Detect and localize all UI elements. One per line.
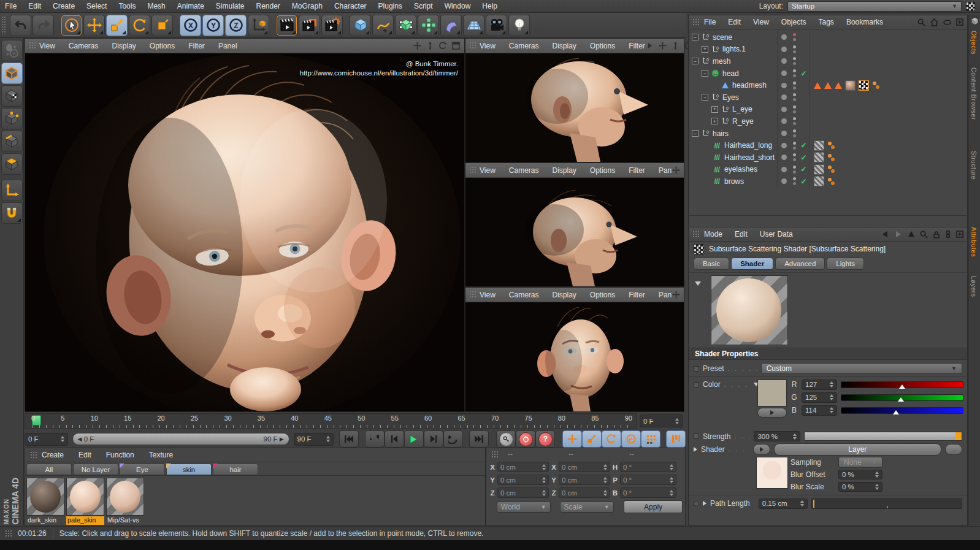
material-preview-sphere[interactable] <box>26 478 64 516</box>
am-menu-edit[interactable]: Edit <box>735 230 748 239</box>
rotation-p-field[interactable]: 0 ° <box>620 475 676 485</box>
material-tab-skin[interactable]: skin <box>166 464 212 475</box>
uvw-tag-icon[interactable] <box>859 80 869 91</box>
layer-dot-icon[interactable] <box>781 118 787 124</box>
menu-character[interactable]: Character <box>334 2 367 10</box>
key-position-button[interactable] <box>562 430 582 448</box>
menu-create[interactable]: Create <box>53 2 75 10</box>
tree-item-headmesh[interactable]: headmesh <box>689 79 967 91</box>
vertex-map-tag-icon[interactable] <box>872 81 881 90</box>
shader-thumbnail[interactable] <box>756 457 788 489</box>
visibility-dot-icon[interactable] <box>793 57 796 60</box>
key-pla-button[interactable] <box>641 430 660 448</box>
material-item[interactable]: Mip/Sat-vs <box>106 478 144 525</box>
expand-icon[interactable]: + <box>711 106 718 113</box>
viewport-side-top-canvas[interactable] <box>465 53 684 162</box>
panel-grip[interactable] <box>29 42 36 50</box>
eye-icon[interactable] <box>943 20 951 25</box>
viewport-side-mid-canvas[interactable] <box>465 178 684 286</box>
visibility-dot-icon[interactable] <box>793 170 796 174</box>
vertex-map-tag-icon[interactable] <box>827 141 836 150</box>
expand-icon[interactable]: + <box>702 46 708 53</box>
move-tool-button[interactable] <box>83 15 105 36</box>
environment-button[interactable] <box>463 15 484 36</box>
visibility-dot-icon[interactable] <box>793 134 796 137</box>
material-item[interactable]: dark_skin <box>26 478 64 525</box>
param-toggle[interactable] <box>694 434 699 439</box>
visibility-dot-icon[interactable] <box>793 147 796 150</box>
rotate-tool-button[interactable] <box>129 15 150 36</box>
stepper-icon[interactable] <box>830 381 833 388</box>
color-r-field[interactable]: 127 <box>802 380 837 390</box>
tree-item-mesh[interactable]: − 0 mesh <box>689 55 967 67</box>
stepper-icon[interactable] <box>875 472 879 478</box>
attr-tab-advanced[interactable]: Advanced <box>775 258 825 270</box>
strength-slider[interactable] <box>804 432 962 441</box>
visibility-dot-icon[interactable] <box>793 62 796 65</box>
collapse-icon[interactable]: − <box>692 58 699 64</box>
om-menu-edit[interactable]: Edit <box>728 18 741 26</box>
stepper-icon[interactable] <box>670 477 673 483</box>
vp-menu-filter[interactable]: Filter <box>629 291 645 299</box>
selection-tag-icon[interactable] <box>824 82 832 89</box>
position-y-field[interactable]: 0 cm <box>497 475 549 485</box>
viewport-side-bot-canvas[interactable] <box>465 302 684 411</box>
material-tab-all[interactable]: All <box>26 464 72 475</box>
spline-pen-button[interactable] <box>372 15 394 36</box>
record-objects-button[interactable] <box>496 430 516 448</box>
vp-menu-display[interactable]: Display <box>552 166 576 175</box>
menu-simulate[interactable]: Simulate <box>216 2 245 10</box>
color-b-slider[interactable] <box>841 407 963 414</box>
sampling-dropdown[interactable]: None▼ <box>838 457 882 468</box>
visibility-dot-icon[interactable] <box>793 177 796 180</box>
tree-item-scene[interactable]: − 0 scene <box>689 31 967 44</box>
light-button[interactable] <box>508 15 530 36</box>
render-settings-button[interactable] <box>321 15 343 36</box>
shader-layer-button[interactable]: Layer <box>774 443 941 456</box>
vp-menu-filter[interactable]: Filter <box>188 42 205 50</box>
shader-preview[interactable] <box>711 275 788 345</box>
make-editable-button[interactable] <box>1 40 23 61</box>
am-menu-mode[interactable]: Mode <box>704 230 722 239</box>
shader-expand-button[interactable] <box>753 444 770 455</box>
vp-menu-options[interactable]: Options <box>590 291 615 299</box>
tree-item-hairs[interactable]: − 0 hairs <box>689 128 967 140</box>
points-mode-button[interactable] <box>1 108 23 129</box>
enabled-check-icon[interactable]: ✓ <box>798 177 809 186</box>
color-expand-button[interactable] <box>757 408 787 418</box>
texture-mode-button[interactable] <box>1 85 23 107</box>
selection-tag-icon[interactable] <box>835 82 842 89</box>
path-length-slider[interactable] <box>811 498 962 509</box>
visibility-dot-icon[interactable] <box>793 50 796 53</box>
material-menu-texture[interactable]: Texture <box>149 451 173 459</box>
model-mode-button[interactable] <box>1 63 23 84</box>
expand-icon[interactable] <box>694 447 697 452</box>
blur-scale-field[interactable]: 0 % <box>838 482 882 492</box>
stepper-icon[interactable] <box>830 407 833 413</box>
layer-dot-icon[interactable] <box>781 167 787 172</box>
collapse-icon[interactable]: − <box>692 34 699 40</box>
panel-grip[interactable] <box>491 451 498 459</box>
layer-dot-icon[interactable] <box>781 94 787 100</box>
om-menu-tags[interactable]: Tags <box>819 18 834 26</box>
om-menu-objects[interactable]: Objects <box>781 18 806 26</box>
tree-item-r-eye[interactable]: + 0 R_eye <box>689 115 967 128</box>
panel-grip[interactable] <box>469 166 476 174</box>
primitive-cube-button[interactable] <box>350 15 371 36</box>
visibility-dot-icon[interactable] <box>793 105 796 109</box>
next-frame-button[interactable] <box>424 430 443 448</box>
enabled-check-icon[interactable]: ✓ <box>798 69 809 78</box>
size-y-field[interactable]: 0 cm <box>559 475 610 485</box>
position-x-field[interactable]: 0 cm <box>497 462 549 472</box>
color-g-field[interactable]: 125 <box>802 392 837 403</box>
material-preview-sphere[interactable] <box>66 478 104 516</box>
expand-icon[interactable]: + <box>711 118 718 124</box>
position-z-field[interactable]: 0 cm <box>497 487 549 498</box>
toolbar-grip[interactable] <box>1 16 6 34</box>
coordinate-mode-dropdown[interactable]: World▼ <box>497 502 551 513</box>
visibility-dot-icon[interactable] <box>793 69 796 72</box>
vp-menu-cameras[interactable]: Cameras <box>509 42 539 50</box>
last-tool-button[interactable] <box>151 15 173 36</box>
tree-item-hairhead-long[interactable]: Hairhead_long ✓ <box>689 139 967 151</box>
tab-content-browser[interactable]: Content Browser <box>970 67 978 120</box>
